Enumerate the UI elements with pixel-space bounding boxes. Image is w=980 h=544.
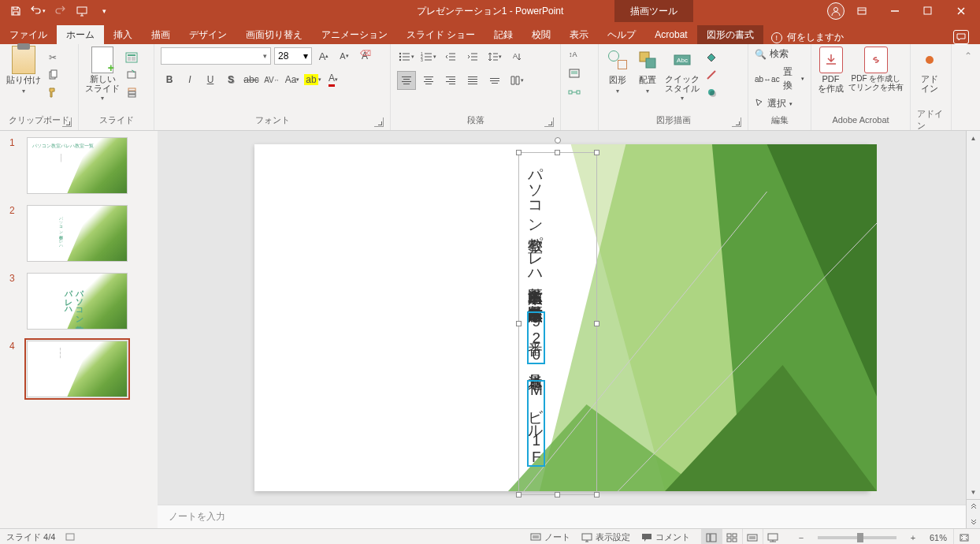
slideshow-view-icon[interactable] <box>763 529 783 545</box>
format-painter-icon[interactable] <box>46 85 60 99</box>
save-icon[interactable] <box>6 2 25 20</box>
copy-icon[interactable] <box>46 68 60 82</box>
tab-home[interactable]: ホーム <box>57 25 104 44</box>
text-direction-icon[interactable]: A <box>507 47 526 66</box>
tab-help[interactable]: ヘルプ <box>598 25 645 44</box>
numbering-icon[interactable]: 123▾ <box>419 47 438 66</box>
redo-icon[interactable] <box>50 2 69 20</box>
normal-view-icon[interactable] <box>701 529 722 545</box>
smartart-icon[interactable] <box>567 85 581 99</box>
bullets-icon[interactable]: ▾ <box>397 47 416 66</box>
undo-icon[interactable]: ▾ <box>28 2 47 20</box>
arrange-button[interactable]: 配置▾ <box>635 47 660 95</box>
tab-insert[interactable]: 挿入 <box>104 25 142 44</box>
slide-thumb-3[interactable]: 3 パソコン教室 パレハ <box>9 273 148 330</box>
next-slide-icon[interactable] <box>967 514 980 528</box>
rotate-handle[interactable] <box>555 137 561 143</box>
notes-pane[interactable]: ノートを入力 <box>158 505 966 528</box>
zoom-out-icon[interactable]: − <box>791 529 811 545</box>
account-avatar[interactable] <box>827 2 845 20</box>
select-button[interactable]: 選択▾ <box>755 97 793 110</box>
cut-icon[interactable]: ✂ <box>46 50 60 65</box>
slide-thumb-1[interactable]: 1 パソコン教室パレハ教室一覧─── <box>9 137 148 194</box>
highlight-button[interactable]: ab▾ <box>304 71 321 88</box>
resize-handle[interactable] <box>555 492 560 497</box>
qat-customize-icon[interactable]: ▾ <box>95 2 113 20</box>
zoom-level[interactable]: 61% <box>930 533 947 542</box>
italic-button[interactable]: I <box>181 71 199 88</box>
dialog-launcher-icon[interactable] <box>732 117 741 127</box>
pdf-share-button[interactable]: PDF を作成し てリンクを共有 <box>848 47 904 91</box>
spellcheck-icon[interactable] <box>65 531 76 544</box>
scroll-down-icon[interactable]: ▼ <box>967 485 980 499</box>
tab-acrobat[interactable]: Acrobat <box>645 25 696 44</box>
align-left-icon[interactable] <box>397 71 416 90</box>
comments-toggle[interactable]: コメント <box>641 531 690 543</box>
tab-file[interactable]: ファイル <box>0 25 57 44</box>
resize-handle[interactable] <box>594 321 600 326</box>
close-icon[interactable] <box>945 0 977 22</box>
strikethrough-button[interactable]: abc <box>243 71 260 88</box>
align-center-icon[interactable] <box>419 71 438 90</box>
decrease-font-icon[interactable]: A▾ <box>336 47 353 65</box>
resize-handle[interactable] <box>516 492 522 497</box>
replace-button[interactable]: ab↔ac置換▾ <box>755 65 804 92</box>
increase-font-icon[interactable]: A▴ <box>315 47 332 65</box>
new-slide-button[interactable]: 新しい スライド ▾ <box>85 47 120 102</box>
fit-window-icon[interactable] <box>953 529 974 545</box>
tell-me-search[interactable]: ! 何をしますか <box>771 31 844 44</box>
sorter-view-icon[interactable] <box>722 529 742 545</box>
align-right-icon[interactable] <box>441 71 460 90</box>
quick-styles-button[interactable]: Abc クイック スタイル▾ <box>665 47 700 102</box>
shape-effects-icon[interactable] <box>704 85 718 99</box>
shape-outline-icon[interactable] <box>704 68 718 82</box>
slide-thumb-4[interactable]: 4 ─ ─ ─ <box>9 341 148 397</box>
change-case-button[interactable]: Aa▾ <box>284 71 301 88</box>
font-size-combo[interactable]: 28▾ <box>274 47 312 65</box>
thumbnail-panel[interactable]: 1 パソコン教室パレハ教室一覧─── 2 パソコン教室パレハ 3 パソコン教室 … <box>0 131 158 528</box>
tab-slideshow[interactable]: スライド ショー <box>397 25 484 44</box>
decrease-indent-icon[interactable] <box>441 47 460 66</box>
resize-handle[interactable] <box>516 150 522 155</box>
notes-toggle[interactable]: ノート <box>530 531 570 543</box>
vertical-scrollbar[interactable]: ▲ ▼ <box>966 131 980 528</box>
tab-draw[interactable]: 描画 <box>142 25 180 44</box>
paste-button[interactable]: 貼り付け ▾ <box>6 47 41 95</box>
comments-toggle-icon[interactable] <box>953 30 969 44</box>
resize-handle[interactable] <box>555 150 560 155</box>
collapse-ribbon-icon[interactable]: ⌃ <box>961 49 975 63</box>
reading-view-icon[interactable] <box>742 529 763 545</box>
pdf-create-button[interactable]: PDF を作成 <box>818 47 844 93</box>
slide-canvas[interactable]: パソコン教室パレハ広島市中区本通り校 広島県広島市中区本通り9番20号 本通りM… <box>158 131 966 505</box>
tab-animations[interactable]: アニメーション <box>312 25 397 44</box>
shapes-button[interactable]: 図形▾ <box>605 47 630 95</box>
zoom-in-icon[interactable]: + <box>903 529 923 545</box>
resize-handle[interactable] <box>594 492 600 497</box>
zoom-slider[interactable] <box>818 536 896 539</box>
dialog-launcher-icon[interactable] <box>374 117 384 127</box>
text-box[interactable]: パソコン教室パレハ広島市中区本通り校 広島県広島市中区本通り9番20号 本通りM… <box>518 152 597 495</box>
shape-fill-icon[interactable] <box>704 50 718 65</box>
text-rotation-icon[interactable]: ↕A <box>567 47 581 61</box>
font-color-button[interactable]: A▾ <box>325 71 342 88</box>
tab-design[interactable]: デザイン <box>180 25 236 44</box>
tab-format[interactable]: 図形の書式 <box>697 25 763 44</box>
resize-handle[interactable] <box>594 150 600 155</box>
columns-icon[interactable]: ▾ <box>507 71 526 90</box>
display-options-icon[interactable] <box>846 0 878 22</box>
display-settings[interactable]: 表示設定 <box>581 531 630 543</box>
distribute-icon[interactable] <box>485 71 504 90</box>
line-spacing-icon[interactable]: ▾ <box>485 47 504 66</box>
minimize-icon[interactable] <box>879 0 911 22</box>
section-icon[interactable] <box>124 85 139 99</box>
char-spacing-icon[interactable]: AV↔ <box>263 71 280 88</box>
layout-icon[interactable] <box>124 50 139 65</box>
justify-icon[interactable] <box>463 71 482 90</box>
tab-review[interactable]: 校閲 <box>522 25 560 44</box>
text-content[interactable]: パソコン教室パレハ広島市中区本通り校 広島県広島市中区本通り9番20号 本通りM… <box>519 153 552 494</box>
clear-format-icon[interactable]: A⌫ <box>356 47 373 65</box>
dialog-launcher-icon[interactable] <box>62 117 72 127</box>
slide-thumb-2[interactable]: 2 パソコン教室パレハ <box>9 205 148 262</box>
underline-button[interactable]: U <box>202 71 219 88</box>
increase-indent-icon[interactable] <box>463 47 482 66</box>
